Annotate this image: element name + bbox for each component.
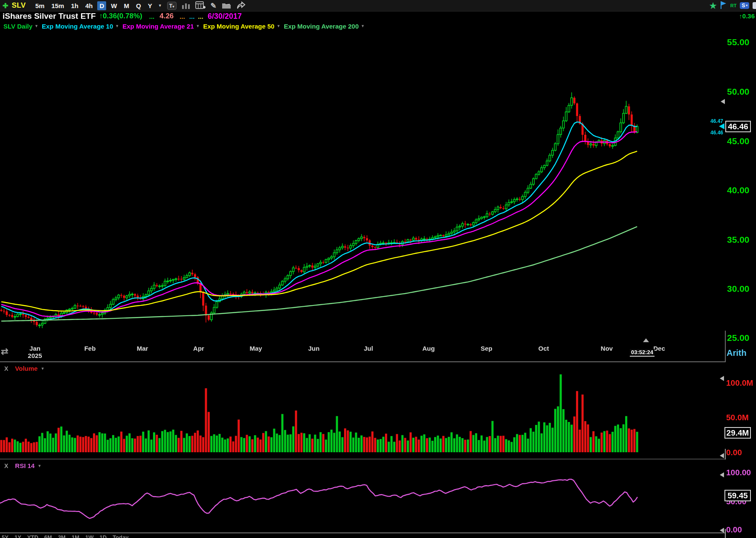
chart-canvas[interactable] [0,0,756,538]
time-of-day-label: 03:52:24 [630,349,655,357]
time-axis-year-label: 2025 [28,352,42,359]
quote-value-pink: 4.26 [159,12,174,20]
time-axis-month-label: Jul [364,345,373,352]
timeframe-button-15m[interactable]: 15m [49,1,66,10]
timeframe-button-y[interactable]: Y [146,1,154,10]
flag-icon[interactable] [720,1,727,11]
time-axis-month-label: Dec [653,345,665,352]
volume-marker-bottom-icon[interactable] [720,453,724,458]
timeframe-button-w[interactable]: W [109,1,119,10]
options-calculator-icon[interactable] [195,1,206,10]
volume-title[interactable]: Volume [15,365,38,372]
quote-dots-cyan: ... [189,13,195,20]
last-price-pointer-icon [719,123,724,129]
rsi-title[interactable]: RSI 14 [15,462,35,469]
timeframe-buttons: 5m15m1h4hDWMQY [32,1,156,10]
indicator-dropdown-icon[interactable]: ▼ [277,24,281,28]
price-tick-label: 50.00 [727,87,755,97]
range-button-1w[interactable]: 1W [85,534,94,538]
timeframe-button-4h[interactable]: 4h [83,1,95,10]
price-tick-label: 55.00 [727,37,755,47]
last-price-tag: 46.46 [725,121,751,132]
realtime-label: RT [730,3,737,8]
toolbar: ✚ SLV 5m15m1h4hDWMQY ▼ T▾ ✎ ★ RT S▾ [0,0,756,12]
time-axis-month-label: Sep [481,345,492,352]
price-scroll-marker-icon[interactable] [721,99,725,104]
indicator-chip-3[interactable]: Exp Moving Average 50▼ [203,23,280,30]
volume-close-button[interactable]: X [4,365,8,372]
indicator-chip-4[interactable]: Exp Moving Average 200▼ [284,23,365,30]
volume-marker-top-icon[interactable] [720,376,724,381]
instrument-title: iShares Silver Trust ETF [3,12,96,21]
volume-tick-label: 0.00 [726,448,742,457]
range-button-today[interactable]: Today [113,534,128,538]
bid-price-label: 46.46 [706,130,723,136]
timeframe-dropdown-icon[interactable]: ▼ [158,3,162,8]
symbol-label[interactable]: SLV [12,1,26,10]
rsi-dropdown-icon[interactable]: ▼ [38,464,41,468]
quote-dots-yellow: ... [198,13,203,20]
social-button[interactable]: S▾ [740,2,749,9]
time-axis-month-label: May [249,345,262,352]
indicator-label: Exp Moving Average 50 [203,23,274,30]
time-axis-month-label: Oct [538,345,549,352]
time-axis-month-label: Mar [137,345,148,352]
indicator-label: Exp Moving Average 200 [284,23,359,30]
quote-dots-orange: ... [180,13,185,20]
time-axis-month-label: Jun [308,345,320,352]
timeframe-button-d[interactable]: D [97,1,106,10]
timeframe-button-q[interactable]: Q [134,1,143,10]
favorite-star-icon[interactable]: ★ [710,1,717,11]
indicator-row: SLV Daily▼Exp Moving Average 10▼Exp Movi… [0,21,756,31]
indicator-dropdown-icon[interactable]: ▼ [196,24,200,28]
change-value-right: ↑0.36 [739,12,755,20]
indicator-label: Exp Moving Average 10 [42,23,113,30]
add-symbol-icon[interactable]: ✚ [3,2,8,10]
quote-dots-green: ... [149,13,155,20]
indicator-chip-0[interactable]: SLV Daily▼ [3,23,38,30]
volume-tick-label: 50.0M [726,413,749,422]
timeframe-button-1h[interactable]: 1h [69,1,81,10]
indicator-dropdown-icon[interactable]: ▼ [35,24,38,28]
indicator-dropdown-icon[interactable]: ▼ [361,24,365,28]
range-button-1m[interactable]: 1M [72,534,79,538]
volume-dropdown-icon[interactable]: ▼ [41,366,44,371]
time-axis-month-label: Apr [193,345,204,352]
rsi-marker-bottom-icon[interactable] [720,528,724,533]
volume-pane-header: X Volume ▼ [4,365,44,372]
clipped-edge-icon [753,2,756,9]
indicator-label: Exp Moving Average 21 [122,23,194,30]
price-tick-label: 40.00 [727,185,755,195]
indicator-chip-2[interactable]: Exp Moving Average 21▼ [122,23,200,30]
timeframe-button-m[interactable]: M [122,1,131,10]
rsi-marker-top-icon[interactable] [720,472,724,477]
range-button-ytd[interactable]: YTD [27,534,38,538]
toolbar-right-cluster: ★ RT S▾ [710,0,753,11]
draw-pencil-icon[interactable]: ✎ [211,1,217,10]
price-tick-label: 25.00 [727,333,755,343]
price-tick-label: 30.00 [727,284,755,294]
time-axis-month-label: Feb [84,345,96,352]
rsi-pane-header: X RSI 14 ▼ [4,462,41,469]
rsi-close-button[interactable]: X [4,462,8,469]
range-button-6m[interactable]: 6M [44,534,52,538]
range-button-1y[interactable]: 1Y [14,534,21,538]
share-icon[interactable] [236,1,246,10]
time-axis-marker-icon [643,338,649,342]
time-axis-month-label: Nov [601,345,613,352]
indicator-dropdown-icon[interactable]: ▼ [115,24,119,28]
price-tick-label: 45.00 [727,136,755,146]
range-button-3m[interactable]: 3M [58,534,66,538]
folder-icon[interactable] [222,2,231,9]
scale-type-button[interactable]: Arith [727,348,747,358]
pan-horizontal-icon[interactable]: ⇄ [1,346,9,357]
indicator-chip-1[interactable]: Exp Moving Average 10▼ [42,23,119,30]
range-button-5y[interactable]: 5Y [2,534,9,538]
range-button-1d[interactable]: 1D [100,534,107,538]
range-bar: 5Y1YYTD6M3M1M1W1DToday [2,534,128,538]
chart-type-button[interactable]: T▾ [167,2,177,10]
volume-tick-label: 100.0M [726,378,753,388]
title-row: iShares Silver Trust ETF ↑0.36(0.78%) ..… [0,11,756,21]
timeframe-button-5m[interactable]: 5m [33,1,47,10]
chart-style-bars-icon[interactable] [182,2,190,9]
